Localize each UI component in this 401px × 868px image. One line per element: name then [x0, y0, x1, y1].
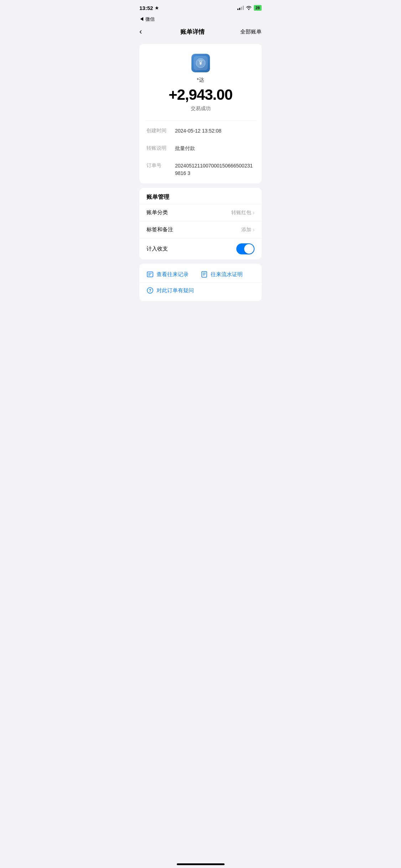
management-title: 账单管理	[139, 188, 262, 204]
remarks-label: 转账说明	[146, 145, 168, 151]
tags-row[interactable]: 标签和备注 添加 ›	[139, 221, 262, 238]
order-no-label: 订单号	[146, 162, 168, 169]
transaction-card: ¥ *达 +2,943.00 交易成功 创建时间 2024-05-12 13:5…	[139, 44, 262, 184]
income-row: 计入收支	[139, 238, 262, 259]
chevron-right-icon: ›	[253, 210, 255, 216]
order-no-row: 订单号 20240512110070001506665002319816 3	[139, 157, 262, 182]
category-row[interactable]: 账单分类 转账红包 ›	[139, 204, 262, 221]
bottom-spacer	[134, 305, 267, 327]
merchant-icon: ¥	[191, 54, 210, 72]
status-time: 13:52	[139, 5, 153, 11]
remarks-value: 批量付款	[175, 145, 255, 152]
back-button[interactable]: ‹	[139, 26, 145, 38]
question-label: 对此订单有疑问	[156, 287, 194, 294]
detail-section: 创建时间 2024-05-12 13:52:08 转账说明 批量付款 订单号 2…	[139, 121, 262, 184]
merchant-name: *达	[146, 77, 255, 83]
management-card: 账单管理 账单分类 转账红包 › 标签和备注 添加 › 计入收支	[139, 188, 262, 259]
actions-card: 查看往来记录 往来流水证明 ? 对此订单有疑问	[139, 264, 262, 301]
chevron-right-icon-2: ›	[253, 227, 255, 233]
all-bills-button[interactable]: 全部账单	[240, 29, 262, 35]
transaction-amount: +2,943.00	[146, 86, 255, 103]
order-no-value: 20240512110070001506665002319816 3	[175, 162, 255, 177]
battery-indicator: 28	[254, 5, 262, 11]
signal-icon	[237, 6, 244, 10]
proof-label: 往来流水证明	[211, 271, 243, 278]
actions-top-row: 查看往来记录 往来流水证明	[139, 267, 262, 283]
history-icon	[146, 271, 154, 278]
category-label: 账单分类	[146, 209, 168, 216]
wechat-back-label: ◀ 微信	[139, 16, 155, 22]
tags-value-wrapper: 添加 ›	[241, 227, 255, 233]
view-history-label: 查看往来记录	[156, 271, 189, 278]
created-time-row: 创建时间 2024-05-12 13:52:08	[139, 122, 262, 140]
wechat-back-bar: ◀ 微信	[134, 16, 267, 24]
question-icon: ?	[146, 287, 154, 294]
location-icon	[155, 6, 159, 10]
view-history-button[interactable]: 查看往来记录	[146, 271, 201, 278]
page-title: 账单详情	[180, 28, 205, 36]
category-value: 转账红包	[231, 210, 251, 216]
merchant-icon-symbol: ¥	[194, 56, 208, 70]
status-icons: 28	[237, 5, 262, 11]
svg-text:¥: ¥	[199, 60, 202, 66]
wifi-icon	[246, 6, 252, 10]
svg-rect-6	[202, 272, 207, 277]
svg-text:?: ?	[149, 288, 151, 293]
created-time-label: 创建时间	[146, 127, 168, 134]
proof-button[interactable]: 往来流水证明	[201, 271, 255, 278]
category-value-wrapper: 转账红包 ›	[231, 210, 255, 216]
income-toggle[interactable]	[236, 243, 255, 254]
toggle-thumb	[244, 244, 254, 254]
created-time-value: 2024-05-12 13:52:08	[175, 127, 255, 135]
question-button[interactable]: ? 对此订单有疑问	[146, 287, 255, 294]
tags-label: 标签和备注	[146, 226, 173, 233]
proof-icon	[201, 271, 208, 278]
status-bar: 13:52 28	[134, 0, 267, 16]
income-label: 计入收支	[146, 246, 168, 252]
remarks-row: 转账说明 批量付款	[139, 140, 262, 157]
nav-bar: ‹ 账单详情 全部账单	[134, 24, 267, 40]
tags-value: 添加	[241, 227, 251, 233]
question-row: ? 对此订单有疑问	[139, 283, 262, 298]
transaction-status: 交易成功	[146, 105, 255, 112]
